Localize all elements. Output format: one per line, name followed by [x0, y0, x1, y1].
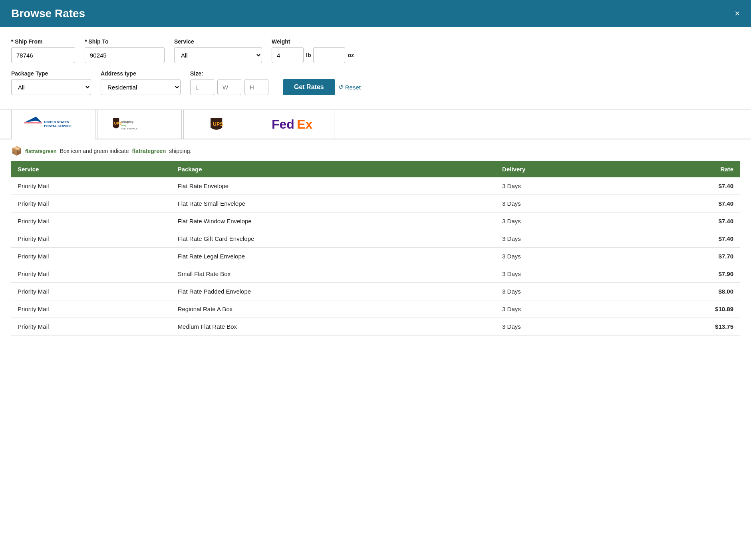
- service-select[interactable]: All USPS UPS FedEx: [174, 47, 262, 63]
- svg-text:shipping: shipping: [121, 119, 133, 123]
- address-type-group: Address type Residential Commercial: [101, 70, 181, 95]
- cell-rate: $7.70: [627, 248, 740, 265]
- size-l-input[interactable]: [190, 79, 214, 95]
- form-row-1: * Ship From * Ship To Service All USPS U…: [11, 38, 740, 63]
- package-type-group: Package Type All: [11, 70, 91, 95]
- flatrate-notice: 📦 flatrategreen Box icon and green indic…: [11, 146, 740, 156]
- tab-fedex[interactable]: Fed Ex: [257, 110, 334, 139]
- svg-text:POSTAL SERVICE: POSTAL SERVICE: [44, 124, 72, 128]
- ship-from-group: * Ship From: [11, 38, 75, 63]
- reset-button[interactable]: ↺ Reset: [338, 83, 361, 91]
- ship-from-input[interactable]: [11, 47, 75, 63]
- cell-rate: $8.00: [627, 283, 740, 300]
- cell-package: Flat Rate Gift Card Envelope: [171, 230, 496, 248]
- svg-text:UPS: UPS: [114, 121, 122, 125]
- size-group: Size:: [190, 70, 268, 95]
- form-row-2: Package Type All Address type Residentia…: [11, 70, 740, 95]
- table-header: Service Package Delivery Rate: [11, 161, 740, 177]
- ship-from-label: * Ship From: [11, 38, 75, 45]
- flatrate-text-after: shipping.: [169, 148, 191, 154]
- cell-package: Medium Flat Rate Box: [171, 318, 496, 336]
- ship-to-group: * Ship To: [85, 38, 165, 63]
- reset-label: Reset: [345, 84, 361, 91]
- weight-group: Weight lb oz: [272, 38, 354, 63]
- usps-logo: UNITED STATES POSTAL SERVICE: [24, 117, 82, 133]
- size-h-input[interactable]: [244, 79, 268, 95]
- page-title: Browse Rates: [11, 7, 85, 20]
- rates-tbody: Priority Mail Flat Rate Envelope 3 Days …: [11, 177, 740, 336]
- btn-row: Get Rates ↺ Reset: [278, 79, 361, 95]
- ups-one-balance-logo: UPS shipping easy ONE BALANCE: [110, 117, 168, 133]
- svg-marker-0: [24, 117, 42, 123]
- cell-package: Small Flat Rate Box: [171, 265, 496, 283]
- cell-service: Priority Mail: [11, 195, 171, 212]
- svg-text:Ex: Ex: [297, 117, 312, 131]
- cell-delivery: 3 Days: [496, 318, 627, 336]
- cell-service: Priority Mail: [11, 265, 171, 283]
- col-service: Service: [11, 161, 171, 177]
- close-button[interactable]: ×: [735, 8, 740, 19]
- cell-delivery: 3 Days: [496, 248, 627, 265]
- service-label: Service: [174, 38, 262, 45]
- tab-ups[interactable]: UPS: [183, 110, 255, 139]
- svg-text:easy: easy: [121, 124, 127, 126]
- cell-service: Priority Mail: [11, 230, 171, 248]
- col-delivery: Delivery: [496, 161, 627, 177]
- table-row: Priority Mail Small Flat Rate Box 3 Days…: [11, 265, 740, 283]
- size-w-input[interactable]: [217, 79, 241, 95]
- flatrate-text-before: Box icon and green indicate: [60, 148, 129, 154]
- col-package: Package: [171, 161, 496, 177]
- cell-delivery: 3 Days: [496, 283, 627, 300]
- flatrate-icon: 📦: [11, 146, 22, 156]
- address-type-label: Address type: [101, 70, 181, 77]
- package-type-select[interactable]: All: [11, 79, 91, 95]
- size-inputs: [190, 79, 268, 95]
- cell-service: Priority Mail: [11, 300, 171, 318]
- get-rates-button[interactable]: Get Rates: [283, 79, 335, 95]
- cell-package: Flat Rate Small Envelope: [171, 195, 496, 212]
- cell-delivery: 3 Days: [496, 212, 627, 230]
- rates-section: 📦 flatrategreen Box icon and green indic…: [0, 139, 751, 342]
- ups-logo: UPS: [197, 117, 242, 133]
- cell-rate: $7.40: [627, 195, 740, 212]
- cell-delivery: 3 Days: [496, 177, 627, 195]
- weight-label: Weight: [272, 38, 354, 45]
- svg-text:Fed: Fed: [272, 117, 294, 131]
- svg-rect-1: [24, 122, 42, 123]
- cell-package: Flat Rate Legal Envelope: [171, 248, 496, 265]
- cell-package: Regional Rate A Box: [171, 300, 496, 318]
- table-header-row: Service Package Delivery Rate: [11, 161, 740, 177]
- col-rate: Rate: [627, 161, 740, 177]
- table-row: Priority Mail Medium Flat Rate Box 3 Day…: [11, 318, 740, 336]
- package-type-label: Package Type: [11, 70, 91, 77]
- rates-table: Service Package Delivery Rate Priority M…: [11, 161, 740, 336]
- cell-service: Priority Mail: [11, 212, 171, 230]
- svg-text:UPS: UPS: [213, 121, 223, 127]
- flatrategreen-link[interactable]: flatrategreen: [132, 148, 166, 154]
- table-row: Priority Mail Flat Rate Gift Card Envelo…: [11, 230, 740, 248]
- tab-usps[interactable]: UNITED STATES POSTAL SERVICE: [11, 110, 95, 139]
- cell-rate: $13.75: [627, 318, 740, 336]
- cell-delivery: 3 Days: [496, 195, 627, 212]
- cell-rate: $10.89: [627, 300, 740, 318]
- table-row: Priority Mail Flat Rate Legal Envelope 3…: [11, 248, 740, 265]
- address-type-select[interactable]: Residential Commercial: [101, 79, 181, 95]
- ship-to-input[interactable]: [85, 47, 165, 63]
- weight-lb-input[interactable]: [272, 47, 304, 63]
- table-row: Priority Mail Flat Rate Padded Envelope …: [11, 283, 740, 300]
- flatrategreen-label: flatrategreen: [25, 148, 57, 154]
- weight-oz-unit: oz: [348, 52, 354, 58]
- cell-service: Priority Mail: [11, 177, 171, 195]
- modal-header: Browse Rates ×: [0, 0, 751, 27]
- carrier-tabs: UNITED STATES POSTAL SERVICE UPS shippin…: [0, 110, 751, 139]
- fedex-logo: Fed Ex: [270, 117, 321, 133]
- svg-text:UNITED STATES: UNITED STATES: [44, 120, 69, 124]
- service-group: Service All USPS UPS FedEx: [174, 38, 262, 63]
- cell-delivery: 3 Days: [496, 300, 627, 318]
- weight-oz-input[interactable]: [313, 47, 345, 63]
- tab-ups-one-balance[interactable]: UPS shipping easy ONE BALANCE: [97, 110, 181, 139]
- cell-package: Flat Rate Envelope: [171, 177, 496, 195]
- weight-inputs: lb oz: [272, 47, 354, 63]
- cell-service: Priority Mail: [11, 318, 171, 336]
- cell-delivery: 3 Days: [496, 230, 627, 248]
